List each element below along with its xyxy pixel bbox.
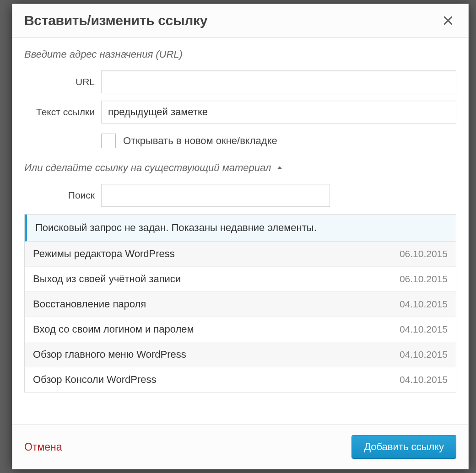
result-row[interactable]: Вход со своим логином и паролем04.10.201… (25, 317, 456, 342)
result-title: Режимы редактора WordPress (33, 248, 175, 260)
result-date: 06.10.2015 (400, 274, 448, 285)
add-link-button[interactable]: Добавить ссылку (352, 435, 456, 459)
dialog-header: Вставить/изменить ссылку (12, 4, 468, 38)
result-date: 04.10.2015 (400, 299, 448, 310)
row-newtab: Открывать в новом окне/вкладке (101, 134, 456, 148)
result-row[interactable]: Восстановление пароля04.10.2015 (25, 292, 456, 317)
destination-section-label: Введите адрес назначения (URL) (24, 48, 456, 60)
result-title: Вход со своим логином и паролем (33, 323, 194, 335)
existing-section-toggle[interactable]: Или сделайте ссылку на существующий мате… (24, 162, 456, 174)
result-row[interactable]: Режимы редактора WordPress06.10.2015 (25, 242, 456, 267)
result-date: 04.10.2015 (400, 349, 448, 360)
url-input[interactable] (101, 70, 456, 93)
dialog-body: Введите адрес назначения (URL) URL Текст… (12, 38, 468, 425)
search-input[interactable] (101, 184, 330, 207)
cancel-button[interactable]: Отмена (24, 441, 62, 453)
dialog-footer: Отмена Добавить ссылку (12, 425, 468, 469)
insert-link-dialog: Вставить/изменить ссылку Введите адрес н… (12, 4, 469, 469)
search-label: Поиск (24, 189, 101, 201)
linktext-label: Текст ссылки (24, 106, 101, 118)
url-label: URL (24, 76, 101, 88)
result-title: Выход из своей учётной записи (33, 273, 181, 285)
row-search: Поиск (24, 184, 456, 207)
results-header: Поисковый запрос не задан. Показаны неда… (25, 215, 456, 242)
linktext-input[interactable] (101, 101, 456, 124)
result-title: Восстановление пароля (33, 298, 146, 310)
result-date: 04.10.2015 (400, 374, 448, 385)
caret-up-icon (276, 164, 284, 172)
result-date: 04.10.2015 (400, 324, 448, 335)
result-row[interactable]: Обзор главного меню WordPress04.10.2015 (25, 342, 456, 367)
newtab-checkbox[interactable] (101, 134, 116, 148)
result-row[interactable]: Обзор Консоли WordPress04.10.2015 (25, 367, 456, 392)
result-date: 06.10.2015 (400, 248, 448, 259)
row-linktext: Текст ссылки (24, 101, 456, 124)
dialog-title: Вставить/изменить ссылку (24, 13, 207, 28)
close-icon[interactable] (440, 12, 456, 29)
result-row[interactable]: Выход из своей учётной записи06.10.2015 (25, 267, 456, 292)
result-title: Обзор главного меню WordPress (33, 349, 186, 360)
newtab-label: Открывать в новом окне/вкладке (123, 135, 277, 147)
existing-section-label: Или сделайте ссылку на существующий мате… (24, 162, 271, 174)
results-list: Поисковый запрос не задан. Показаны неда… (24, 214, 456, 392)
result-title: Обзор Консоли WordPress (33, 374, 157, 386)
row-url: URL (24, 70, 456, 93)
